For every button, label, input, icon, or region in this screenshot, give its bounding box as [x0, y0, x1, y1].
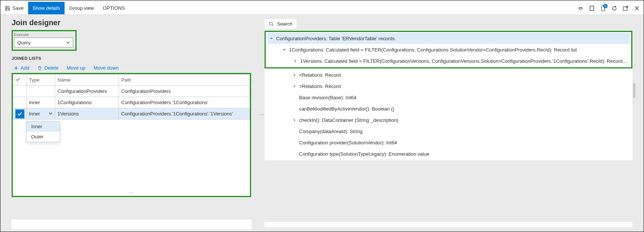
cell-path[interactable]: ConfigurationProviders.'1Configurations'…	[119, 108, 250, 120]
tree-node[interactable]: Configuration type(SolutionTypeLegacy): …	[266, 148, 631, 159]
svg-line-9	[272, 25, 273, 26]
execute-label: Execute	[14, 32, 73, 37]
group-view-label: Group view	[69, 5, 94, 11]
plus-icon	[14, 66, 18, 70]
tree-node[interactable]: Base revision(Base): Int64	[266, 92, 631, 103]
joined-lists-grid[interactable]: Type Name Path ConfigurationProviders Co…	[13, 74, 250, 196]
type-option-outer[interactable]: Outer	[27, 132, 60, 142]
top-toolbar: Save Show details Group view OPTIONS 0	[0, 2, 644, 15]
grid-header-type[interactable]: Type	[27, 74, 55, 86]
tree-search-label: Search	[277, 21, 292, 27]
cell-type[interactable]	[27, 86, 55, 97]
tree-node[interactable]: >Relations: Record	[266, 80, 631, 92]
close-button[interactable]	[634, 5, 640, 11]
table-row[interactable]: Inner 1Versions ConfigurationProviders.'…	[13, 108, 250, 120]
tree-node-label: Configuration provider(SolutionVendor): …	[299, 140, 397, 146]
grid-checkbox-header[interactable]	[13, 74, 27, 86]
execute-highlight: Execute Query	[12, 30, 77, 51]
group-view-button[interactable]: Group view	[65, 2, 98, 14]
search-toolbar-button[interactable]	[129, 2, 137, 14]
add-label: Add	[21, 65, 29, 71]
refresh-button[interactable]	[611, 5, 617, 11]
cell-name[interactable]: ConfigurationProviders	[55, 86, 119, 97]
expand-icon[interactable]	[292, 118, 296, 122]
options-label: OPTIONS	[103, 5, 125, 11]
type-option-inner[interactable]: Inner	[27, 121, 60, 132]
cell-path[interactable]: ConfigurationProviders	[119, 86, 250, 97]
grid-footer-ellipsis[interactable]: …	[13, 187, 250, 196]
tree-search-button[interactable]: Search	[265, 19, 296, 29]
execute-value: Query	[17, 40, 30, 45]
notifications-button[interactable]: 0	[600, 5, 606, 11]
save-label: Save	[12, 5, 24, 11]
tree-node-label: <Relations: Record	[299, 72, 341, 78]
svg-point-8	[269, 22, 272, 25]
tree-node[interactable]: <Relations: Record	[266, 69, 631, 80]
show-details-button[interactable]: Show details	[28, 2, 65, 14]
tree-node[interactable]: 1Versions: Calculated field = FILTER(Con…	[267, 55, 630, 67]
cell-path[interactable]: ConfigurationProviders.'1Configurations'	[119, 97, 250, 108]
tree-node[interactable]: checkIn(): DataContainer (String _descri…	[266, 114, 631, 126]
svg-rect-2	[590, 6, 594, 11]
notif-count: 0	[603, 4, 608, 8]
grid-header-path[interactable]: Path	[119, 74, 250, 86]
tree-node[interactable]: canBeModifiedByActiveVendor(): Boolean (…	[266, 103, 631, 114]
expand-icon[interactable]	[293, 59, 297, 63]
split-handle[interactable]: ⋮	[259, 112, 265, 117]
footer-card	[265, 222, 632, 227]
tree-node-label: Base revision(Base): Int64	[299, 95, 356, 100]
trash-icon	[38, 66, 42, 70]
move-up-label: Move up	[67, 65, 86, 71]
tree-node-label: checkIn(): DataContainer (String _descri…	[299, 117, 398, 123]
checkmark-icon	[15, 77, 21, 82]
search-icon	[269, 21, 274, 27]
scrollbar-thumb[interactable]	[633, 83, 635, 98]
type-dropdown[interactable]: Inner Outer	[26, 121, 60, 142]
grid-header-name[interactable]: Name	[55, 74, 119, 86]
delete-label: Delete	[44, 65, 59, 71]
linked-icon[interactable]	[578, 5, 584, 11]
tree-node-label: canBeModifiedByActiveVendor(): Boolean (…	[299, 106, 394, 112]
cell-type[interactable]: Inner	[27, 97, 55, 108]
expand-icon[interactable]	[292, 85, 296, 88]
table-row[interactable]: Inner 1Configurations ConfigurationProvi…	[13, 97, 250, 108]
tree-node[interactable]: Company(dataAreaId): String	[266, 126, 631, 137]
tree-node-label: 1Configurations: Calculated field = FILT…	[289, 47, 577, 53]
cell-name[interactable]: 1Versions	[55, 108, 119, 120]
expand-icon[interactable]	[292, 73, 296, 77]
cell-type-value: Inner	[29, 111, 40, 117]
cell-type-dropdown[interactable]: Inner	[27, 108, 55, 120]
collapse-icon[interactable]	[269, 37, 273, 40]
tree-node-root[interactable]: ConfigurationProviders: Table 'ERVendorT…	[267, 33, 630, 44]
tree-node-label: Configuration type(SolutionTypeLegacy): …	[299, 151, 429, 157]
tree-node-label: 1Versions: Calculated field = FILTER(Con…	[300, 58, 627, 64]
collapse-icon[interactable]	[282, 48, 286, 52]
tree-node[interactable]: Configuration provider(SolutionVendor): …	[266, 137, 631, 148]
checkmark-icon[interactable]	[15, 109, 24, 118]
execute-select[interactable]: Query	[14, 38, 73, 47]
move-up-button[interactable]: Move up	[67, 65, 86, 71]
chevron-down-icon	[66, 40, 70, 45]
popout-button[interactable]	[623, 5, 629, 11]
table-row[interactable]: ConfigurationProviders ConfigurationProv…	[13, 86, 250, 97]
footer-card	[12, 220, 252, 229]
tree-node-label: ConfigurationProviders: Table 'ERVendorT…	[276, 36, 395, 41]
options-button[interactable]: OPTIONS	[98, 2, 129, 14]
tree-node[interactable]: 1Configurations: Calculated field = FILT…	[267, 44, 630, 55]
delete-button[interactable]: Delete	[38, 65, 59, 71]
save-button[interactable]: Save	[0, 2, 28, 14]
tree-panel-highlight: ConfigurationProviders: Table 'ERVendorT…	[265, 31, 632, 68]
joined-lists-grid-highlight: Type Name Path ConfigurationProviders Co…	[12, 73, 251, 197]
chevron-down-icon	[49, 111, 53, 117]
office-icon[interactable]	[589, 5, 595, 11]
show-details-label: Show details	[33, 5, 60, 11]
save-icon	[5, 6, 10, 11]
tree-node-label: >Relations: Record	[299, 83, 341, 89]
cell-name[interactable]: 1Configurations	[55, 97, 119, 108]
tree-node-label: Company(dataAreaId): String	[299, 129, 363, 134]
add-button[interactable]: Add	[14, 65, 29, 71]
move-down-button[interactable]: Move down	[94, 65, 119, 71]
move-down-label: Move down	[94, 65, 119, 71]
